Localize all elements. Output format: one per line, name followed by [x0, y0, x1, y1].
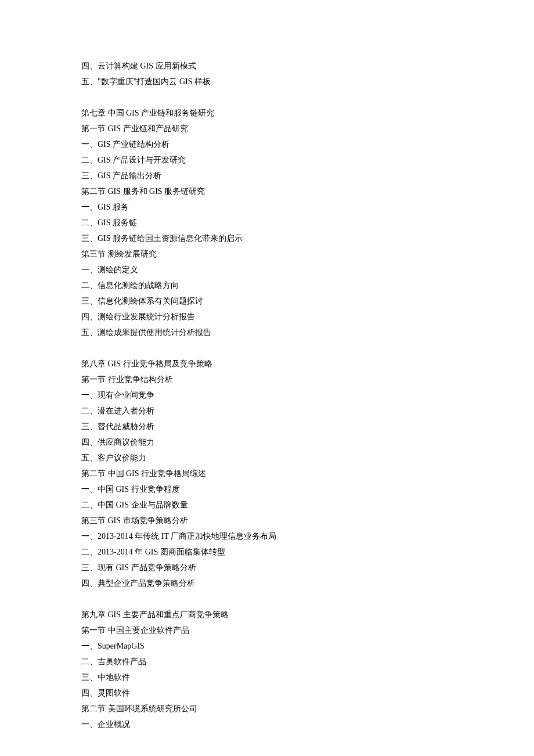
toc-line: 二、2013-2014 年 GIS 图商面临集体转型 [81, 544, 453, 560]
toc-line: 一、测绘的定义 [81, 262, 453, 278]
toc-line: 三、现有 GIS 产品竞争策略分析 [81, 560, 453, 575]
toc-line: 第三节 GIS 市场竞争策略分析 [81, 513, 453, 528]
toc-line: 一、GIS 服务 [81, 199, 453, 215]
toc-line: 二、GIS 服务链 [81, 215, 453, 231]
toc-line: 三、信息化测绘体系有关问题探讨 [81, 293, 453, 309]
toc-line: 第一节 GIS 产业链和产品研究 [81, 121, 453, 136]
toc-line: 一、GIS 产业链结构分析 [81, 136, 453, 152]
toc-line: 五、测绘成果提供使用统计分析报告 [81, 325, 453, 340]
section-gap [81, 591, 453, 607]
toc-line: 三、GIS 产品输出分析 [81, 168, 453, 183]
document-page: 四、云计算构建 GIS 应用新模式五、"数字重庆"打造国内云 GIS 样板第七章… [0, 0, 534, 756]
document-content: 四、云计算构建 GIS 应用新模式五、"数字重庆"打造国内云 GIS 样板第七章… [81, 58, 453, 732]
toc-line: 一、2013-2014 年传统 IT 厂商正加快地理信息业务布局 [81, 528, 453, 544]
toc-line: 第七章 中国 GIS 产业链和服务链研究 [81, 105, 453, 121]
toc-line: 二、中国 GIS 企业与品牌数量 [81, 497, 453, 513]
toc-line: 第八章 GIS 行业竞争格局及竞争策略 [81, 356, 453, 372]
toc-line: 一、企业概况 [81, 717, 453, 732]
toc-line: 第九章 GIS 主要产品和重点厂商竞争策略 [81, 607, 453, 622]
toc-line: 五、客户议价能力 [81, 450, 453, 466]
toc-line: 一、现有企业间竞争 [81, 387, 453, 403]
toc-line: 四、云计算构建 GIS 应用新模式 [81, 58, 453, 74]
toc-line: 四、灵图软件 [81, 685, 453, 701]
toc-line: 一、SuperMapGIS [81, 638, 453, 654]
toc-line: 二、GIS 产品设计与开发研究 [81, 152, 453, 168]
toc-line: 二、吉奥软件产品 [81, 654, 453, 669]
toc-line: 第二节 美国环境系统研究所公司 [81, 701, 453, 717]
toc-line: 第一节 行业竞争结构分析 [81, 372, 453, 387]
toc-line: 五、"数字重庆"打造国内云 GIS 样板 [81, 74, 453, 89]
toc-line: 三、中地软件 [81, 669, 453, 685]
toc-line: 第三节 测绘发展研究 [81, 246, 453, 262]
toc-line: 四、典型企业产品竞争策略分析 [81, 575, 453, 591]
toc-line: 第二节 中国 GIS 行业竞争格局综述 [81, 466, 453, 481]
toc-line: 四、供应商议价能力 [81, 434, 453, 450]
toc-line: 三、替代品威胁分析 [81, 419, 453, 434]
toc-line: 二、信息化测绘的战略方向 [81, 278, 453, 293]
section-gap [81, 89, 453, 105]
section-gap [81, 340, 453, 356]
toc-line: 第一节 中国主要企业软件产品 [81, 622, 453, 638]
toc-line: 三、GIS 服务链给国土资源信息化带来的启示 [81, 231, 453, 246]
toc-line: 二、潜在进入者分析 [81, 403, 453, 419]
toc-line: 第二节 GIS 服务和 GIS 服务链研究 [81, 183, 453, 199]
toc-line: 四、测绘行业发展统计分析报告 [81, 309, 453, 325]
toc-line: 一、中国 GIS 行业竞争程度 [81, 481, 453, 497]
